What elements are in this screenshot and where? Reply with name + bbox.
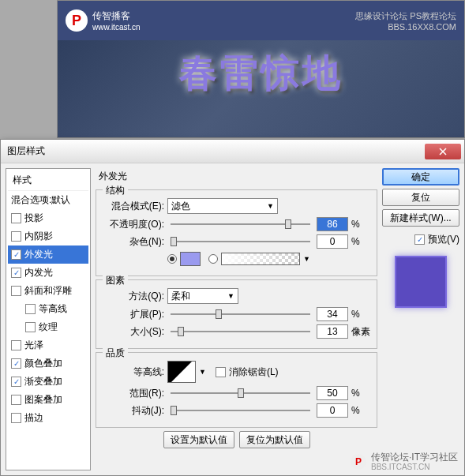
gradient-swatch[interactable]	[221, 253, 300, 265]
opacity-slider[interactable]	[171, 217, 310, 231]
watermark-2: PS教程论坛	[410, 11, 456, 21]
style-label: 纹理	[39, 320, 58, 334]
noise-label: 杂色(N):	[103, 235, 164, 249]
style-checkbox[interactable]	[11, 286, 21, 296]
new-style-button[interactable]: 新建样式(W)...	[382, 209, 459, 227]
quality-legend: 品质	[103, 347, 128, 360]
style-label: 等高线	[39, 302, 67, 316]
style-item-颜色叠加[interactable]: ✓颜色叠加	[8, 354, 88, 373]
style-label: 描边	[24, 411, 43, 425]
preview-checkbox[interactable]: ✓	[414, 234, 425, 245]
titlebar[interactable]: 图层样式	[1, 140, 464, 163]
style-checkbox[interactable]	[11, 395, 21, 405]
watermark-3: BBS.16XX8.COM	[355, 22, 456, 32]
style-item-内发光[interactable]: ✓内发光	[8, 264, 88, 282]
size-label: 大小(S):	[103, 325, 164, 339]
style-label: 斜面和浮雕	[24, 284, 72, 298]
noise-field[interactable]: 0	[317, 234, 348, 249]
antialias-checkbox[interactable]	[216, 367, 226, 377]
style-label: 内阴影	[24, 230, 53, 243]
style-item-投影[interactable]: 投影	[8, 209, 88, 227]
style-label: 光泽	[24, 339, 43, 352]
banner-image: P 传智播客 www.itcast.cn 思缘设计论坛 PS教程论坛 BBS.1…	[57, 0, 465, 138]
spread-slider[interactable]	[171, 307, 310, 321]
style-item-描边[interactable]: 描边	[8, 409, 88, 427]
style-checkbox[interactable]	[11, 340, 21, 350]
color-radio[interactable]	[167, 254, 177, 264]
watermark-1: 思缘设计论坛	[355, 11, 407, 21]
technique-label: 方法(Q):	[103, 290, 164, 303]
footer-line2: BBS.ITCAST.CN	[371, 463, 458, 472]
range-label: 范围(R):	[103, 387, 164, 400]
spread-unit: %	[351, 309, 370, 320]
contour-label: 等高线:	[103, 365, 164, 379]
style-checkbox[interactable]	[11, 213, 21, 223]
opacity-label: 不透明度(O):	[103, 218, 164, 231]
style-checkbox[interactable]: ✓	[11, 377, 21, 387]
style-checkbox[interactable]: ✓	[11, 358, 21, 369]
style-item-光泽[interactable]: 光泽	[8, 336, 88, 354]
range-unit: %	[351, 388, 370, 399]
cancel-button[interactable]: 复位	[382, 189, 459, 206]
reset-default-button[interactable]: 复位为默认值	[239, 431, 310, 448]
logo-text: 传智播客	[92, 9, 141, 23]
jitter-slider[interactable]	[171, 403, 310, 418]
spread-field[interactable]: 34	[317, 307, 348, 321]
range-slider[interactable]	[171, 386, 310, 400]
style-checkbox[interactable]: ✓	[11, 249, 21, 260]
structure-legend: 结构	[103, 184, 128, 197]
noise-slider[interactable]	[171, 234, 310, 249]
make-default-button[interactable]: 设置为默认值	[163, 431, 234, 448]
style-label: 外发光	[24, 248, 53, 261]
banner-main-text: 春雷惊地	[58, 40, 464, 99]
style-item-渐变叠加[interactable]: ✓渐变叠加	[8, 373, 88, 391]
blend-options-item[interactable]: 混合选项:默认	[8, 191, 88, 209]
size-field[interactable]: 13	[317, 324, 348, 339]
close-button[interactable]	[425, 144, 461, 159]
style-checkbox[interactable]: ✓	[11, 268, 21, 278]
range-field[interactable]: 50	[317, 386, 348, 400]
technique-dropdown[interactable]: 柔和▼	[167, 288, 238, 304]
styles-header: 样式	[8, 171, 88, 191]
chevron-down-icon: ▼	[267, 202, 274, 210]
layer-style-dialog: 图层样式 样式 混合选项:默认 投影内阴影✓外发光✓内发光斜面和浮雕等高线纹理光…	[0, 139, 465, 476]
elements-legend: 图素	[103, 274, 128, 287]
ok-button[interactable]: 确定	[382, 168, 459, 186]
opacity-field[interactable]: 86	[317, 217, 348, 231]
gradient-radio[interactable]	[208, 254, 218, 264]
style-checkbox[interactable]	[25, 304, 36, 314]
style-label: 颜色叠加	[24, 357, 62, 370]
structure-fieldset: 结构 混合模式(E): 滤色▼ 不透明度(O): 86 % 杂色	[96, 189, 377, 276]
style-item-纹理[interactable]: 纹理	[8, 318, 88, 336]
antialias-label: 消除锯齿(L)	[229, 365, 279, 379]
elements-fieldset: 图素 方法(Q): 柔和▼ 扩展(P): 34 % 大小(S):	[96, 279, 377, 349]
style-item-斜面和浮雕[interactable]: 斜面和浮雕	[8, 282, 88, 300]
chevron-down-icon: ▼	[227, 292, 234, 300]
style-checkbox[interactable]	[11, 231, 21, 242]
footer-logo-icon: P	[351, 454, 366, 470]
style-label: 投影	[24, 212, 43, 225]
blend-mode-label: 混合模式(E):	[103, 200, 164, 213]
size-slider[interactable]	[171, 324, 310, 339]
blend-mode-dropdown[interactable]: 滤色▼	[167, 198, 278, 214]
style-item-图案叠加[interactable]: 图案叠加	[8, 391, 88, 409]
size-unit: 像素	[351, 325, 370, 339]
style-label: 渐变叠加	[24, 375, 62, 388]
footer-line1: 传智论坛·IT学习社区	[371, 452, 458, 463]
color-swatch[interactable]	[180, 252, 201, 266]
right-column: 确定 复位 新建样式(W)... ✓ 预览(V)	[382, 168, 459, 470]
style-item-外发光[interactable]: ✓外发光	[8, 245, 88, 264]
jitter-label: 抖动(J):	[103, 404, 164, 418]
style-item-等高线[interactable]: 等高线	[8, 300, 88, 318]
chevron-down-icon[interactable]: ▼	[303, 255, 310, 263]
style-checkbox[interactable]	[25, 322, 36, 332]
settings-panel: 外发光 结构 混合模式(E): 滤色▼ 不透明度(O): 86 %	[96, 168, 377, 470]
preview-label: 预览(V)	[428, 233, 459, 246]
contour-picker[interactable]	[167, 361, 196, 383]
jitter-field[interactable]: 0	[317, 403, 348, 418]
logo-icon: P	[66, 9, 88, 32]
style-item-内阴影[interactable]: 内阴影	[8, 227, 88, 245]
chevron-down-icon[interactable]: ▼	[199, 368, 206, 376]
style-checkbox[interactable]	[11, 413, 21, 423]
opacity-unit: %	[351, 219, 370, 230]
